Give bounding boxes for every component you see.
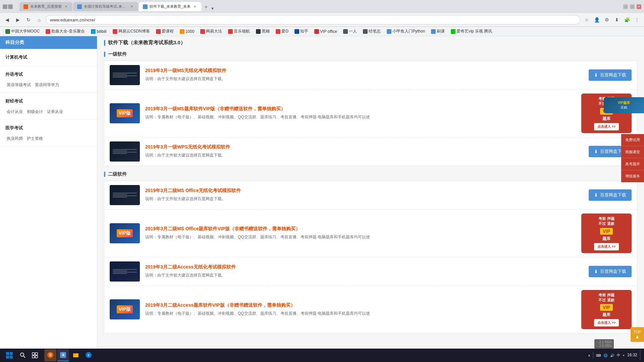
download-icon-s6: ⬇ <box>594 269 598 274</box>
bookmark-iqiyi[interactable]: 爱奇艺vip 乐视 腾讯 <box>448 28 495 35</box>
tab-title-2: 全国计算机等级考试-未来教 <box>84 4 127 9</box>
sidebar-link-primary-accounting[interactable]: 初级会计 <box>25 108 44 115</box>
software-title-s5[interactable]: 2019年3月二级MS Office题库软件VIP版（非赠书赠送软件，需单独购买… <box>145 226 576 232</box>
bookmark-icon[interactable]: ☆ <box>582 15 591 24</box>
bookmark-shuake[interactable]: 刷课 <box>428 28 447 35</box>
vip-float-questions[interactable]: 真考题库 <box>621 158 644 170</box>
sidebar-link-nurse[interactable]: 护士资格 <box>25 135 44 142</box>
bookmark-vip-office[interactable]: VIP office <box>312 28 340 35</box>
restore-button[interactable]: ─ <box>623 4 628 9</box>
bookmark-1000[interactable]: 1000 <box>177 28 197 35</box>
taskbar-keyboard-icon[interactable]: ⌨ <box>596 354 601 357</box>
taskbar-task-view[interactable] <box>30 350 40 361</box>
bookmark-wangyi[interactable]: 网易大法 <box>198 28 225 35</box>
taskbar-search[interactable] <box>17 350 28 361</box>
taskbar-clock[interactable]: 16:32 <box>627 353 637 358</box>
back-to-top-button[interactable]: TOP ▲ <box>631 327 644 342</box>
address-bar[interactable]: www.eduexam.cn/ncre/ <box>46 15 580 24</box>
tab-list-button[interactable]: ▾ <box>211 6 214 11</box>
bookmark-yiren[interactable]: 一人 <box>340 28 360 35</box>
software-info-s1: 2019年3月一级MS无纸化考试模拟软件 说明：由于文件较大建议选择百度网盘下载… <box>145 68 583 82</box>
vip-banner-subtitle-s5: 题库 <box>602 236 610 242</box>
thumb-line-s4-2 <box>113 194 127 195</box>
bookmark-ai[interactable]: 爱课程 <box>153 28 176 35</box>
new-tab-button[interactable]: + <box>202 3 210 11</box>
bookmark-bilibili[interactable]: bilibili <box>88 28 109 35</box>
sidebar-link-cet[interactable]: 英语等级考试 <box>5 81 32 88</box>
taskbar-input-method[interactable]: 中 <box>617 353 620 358</box>
sidebar-link-securities[interactable]: 证券从业 <box>46 108 64 115</box>
vip-float-video[interactable]: 视频课堂 <box>621 146 644 158</box>
software-title-s6[interactable]: 2019年3月二级Access无纸化考试模拟软件 <box>145 264 583 270</box>
tab-2[interactable]: 全国计算机等级考试-未来教 ✕ <box>73 2 138 11</box>
settings-icon[interactable]: ⚙ <box>602 15 611 24</box>
refresh-button[interactable]: ↻ <box>24 15 33 24</box>
extensions-icon[interactable]: 🧩 <box>623 15 631 24</box>
sidebar-section-medical: 医学考试 执业药师 护士资格 <box>0 120 97 146</box>
sidebar-link-accounting[interactable]: 会计从业 <box>5 108 24 115</box>
bookmark-music2[interactable]: 音乐领航 <box>225 28 253 35</box>
vip-banner-button-s5[interactable]: 点击进入 >> <box>594 243 619 250</box>
sidebar-link-english-equiv[interactable]: 英语同等学力 <box>34 81 60 88</box>
bookmark-csdn[interactable]: 网易云CSDN博客 <box>110 28 153 35</box>
start-button[interactable] <box>3 349 16 362</box>
minimize-button[interactable]: ─ <box>3 4 7 9</box>
bookmark-python[interactable]: 小甲鱼入门Python <box>384 28 428 35</box>
download-manager-icon[interactable]: ⬇ <box>612 15 621 24</box>
user-icon[interactable]: 👤 <box>592 15 601 24</box>
bookmark-zhihu[interactable]: 知乎 <box>292 28 311 35</box>
taskbar-show-desktop[interactable] <box>640 350 641 360</box>
vip-banner-s5[interactable]: 考前 押题不过 退款 VIP 题库 点击进入 >> <box>581 214 632 253</box>
bookmark-music[interactable]: 歌曲大全-音乐聚合 <box>43 28 88 35</box>
thumb-line-s4-3 <box>113 195 137 196</box>
download-button-s6[interactable]: ⬇ 百度网盘下载 <box>589 266 632 277</box>
download-button-s4[interactable]: ⬇ 百度网盘下载 <box>589 189 632 201</box>
browser-icon-1: 百 <box>47 352 53 358</box>
taskbar-extra-icon: ● <box>623 354 625 357</box>
window-maximize-button[interactable]: □ <box>630 4 635 9</box>
software-title-s2[interactable]: 2019年3月一级MS题库软件VIP版（非赠书赠送软件，需单独购买） <box>145 106 576 112</box>
tab-3[interactable]: 软件下载_未来教育_未来 ✕ <box>139 2 201 11</box>
sidebar-category-computer: 计算机考试 <box>0 52 97 63</box>
software-title-s3[interactable]: 2019年3月一级WPS无纸化考试模拟软件 <box>145 144 583 150</box>
bookmark-label-bilibili: bilibili <box>97 29 106 34</box>
vip-corner-banner[interactable]: VIP题库 采购 <box>604 97 644 113</box>
forward-button[interactable]: ▶ <box>13 15 22 24</box>
sidebar-section-computer: 计算机考试 <box>0 49 97 66</box>
software-title-s7[interactable]: 2019年3月二级Access题库软件VIP版（非赠书赠送软件，需单独购买） <box>145 302 576 308</box>
bookmark-icon-mooc <box>5 29 10 34</box>
download-button-s1[interactable]: ⬇ 百度网盘下载 <box>589 69 632 81</box>
vip-banner-s7[interactable]: 考前 押题不过 退款 VIP 题库 点击进入 >> <box>581 290 632 329</box>
sidebar-link-pharmacist[interactable]: 执业药师 <box>5 135 24 142</box>
vip-banner-top-text-s5: 考前 押题不过 退款 <box>598 216 614 227</box>
tab-close-3[interactable]: ✕ <box>193 4 197 9</box>
maximize-button[interactable]: □ <box>8 4 13 9</box>
tab-close-1[interactable]: ✕ <box>64 4 68 9</box>
home-button[interactable]: ⌂ <box>35 15 44 24</box>
bookmark-dark[interactable]: 黑糊 <box>253 28 272 35</box>
taskbar-browser-1[interactable]: 百 <box>44 349 56 361</box>
taskbar-network-icon[interactable]: 🌐 <box>603 354 607 357</box>
back-button[interactable]: ◀ <box>3 15 11 24</box>
software-title-s4[interactable]: 2019年3月二级MS Office无纸化考试模拟软件 <box>145 188 583 194</box>
software-title-s1[interactable]: 2019年3月一级MS无纸化考试模拟软件 <box>145 68 583 74</box>
bookmark-icon-zhihu <box>294 29 299 34</box>
bookmark-mooc[interactable]: 中国大学MOOC <box>3 28 42 35</box>
taskbar-browser-2[interactable]: 未 <box>57 349 69 361</box>
bookmark-label-zhihu: 知乎 <box>300 28 308 34</box>
vip-float-free-trial[interactable]: 免费试用 <box>621 134 644 146</box>
menu-icon[interactable]: ⋮ <box>633 15 641 24</box>
address-text: www.eduexam.cn/ncre/ <box>50 17 95 22</box>
bookmark-jingbi[interactable]: 经笔志 <box>360 28 383 35</box>
vip-banner-button[interactable]: 点击进入 >> <box>594 123 619 130</box>
tab-close-2[interactable]: ✕ <box>129 4 134 9</box>
tab-1[interactable]: 未来教育_百度搜索 ✕ <box>19 2 72 11</box>
taskbar-ie[interactable]: e <box>83 349 95 361</box>
taskbar-volume-icon[interactable]: 🔊 <box>610 354 614 357</box>
vip-banner-button-s7[interactable]: 点击进入 >> <box>594 319 619 326</box>
taskbar-explorer[interactable] <box>70 349 82 361</box>
software-info-s2: 2019年3月一级MS题库软件VIP版（非赠书赠送软件，需单独购买） 说明：专属… <box>145 106 576 120</box>
vip-float-services[interactable]: 增值服务 <box>621 170 644 182</box>
close-window-button[interactable]: ✕ <box>637 4 641 9</box>
bookmark-aid[interactable]: 爱D <box>273 28 291 35</box>
